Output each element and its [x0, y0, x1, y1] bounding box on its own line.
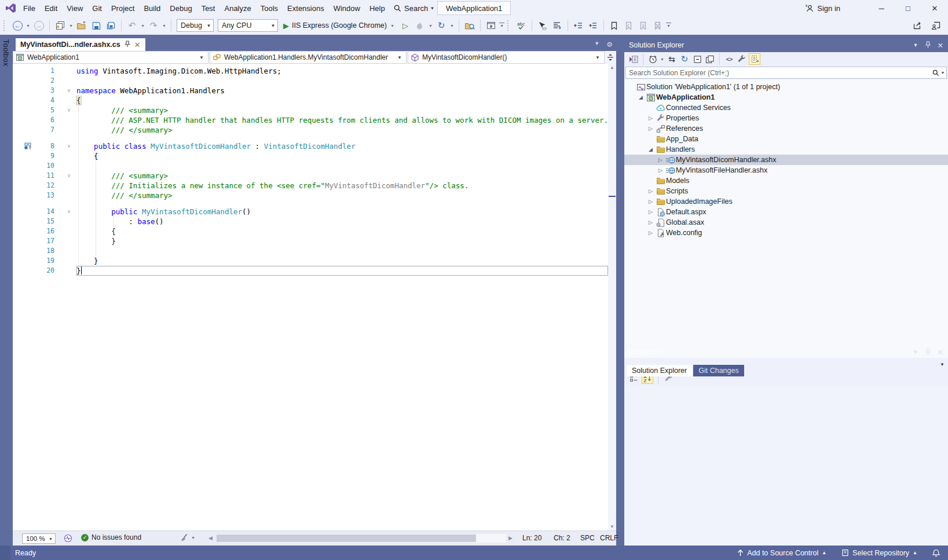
hot-reload-button[interactable] — [413, 19, 426, 32]
editor-settings-gear-icon[interactable]: ⚙ — [606, 41, 613, 49]
window-position-dropdown-icon[interactable]: ▼ — [913, 42, 918, 48]
tree-item-webapplication1[interactable]: ◢WebApplication1 — [624, 92, 948, 103]
code-editor[interactable]: 1using Vintasoft.Imaging.Dicom.Web.HttpH… — [13, 64, 616, 530]
sync-with-active-document-button[interactable]: ⇆ — [666, 53, 678, 65]
navigate-back-dropdown-icon[interactable]: ▾ — [25, 23, 31, 28]
expand-arrow-icon[interactable]: ▷ — [646, 199, 655, 204]
show-all-files-button[interactable] — [749, 53, 760, 65]
maximize-button[interactable]: □ — [895, 0, 921, 16]
spell-check-button[interactable]: abc — [515, 19, 528, 32]
tree-item-handlers[interactable]: ◢Handlers — [624, 144, 948, 155]
menu-debug[interactable]: Debug — [165, 0, 196, 16]
format-document-button[interactable] — [551, 19, 563, 32]
collapse-arrow-icon[interactable]: ◢ — [646, 147, 655, 152]
hot-reload-dropdown-icon[interactable]: ▾ — [428, 23, 433, 28]
encoding-indicator[interactable]: SPC — [580, 534, 595, 542]
expand-arrow-icon[interactable]: ▷ — [646, 126, 655, 131]
expand-arrow-icon[interactable]: ▷ — [646, 219, 655, 225]
save-all-button[interactable] — [104, 19, 117, 32]
vertical-scrollbar[interactable]: ▲ ▼ — [608, 64, 616, 530]
expand-arrow-icon[interactable]: ▷ — [646, 115, 655, 121]
tree-item-uploadedimagefiles[interactable]: ▷UploadedImageFiles — [624, 196, 948, 207]
close-button[interactable]: ✕ — [921, 0, 948, 16]
collapse-chevron-icon[interactable]: ∨ — [61, 141, 76, 151]
pin-pane-icon[interactable] — [925, 41, 931, 50]
toolbar-drag-grip[interactable] — [3, 20, 8, 31]
tab-list-dropdown-icon[interactable]: ▼ — [594, 41, 599, 49]
toolbox-tab[interactable]: Toolbox — [0, 35, 12, 71]
tree-item-myvintasoftdicomhandler-ashx[interactable]: ▷MyVintasoftDicomHandler.ashx — [624, 155, 948, 165]
document-health-icon[interactable] — [64, 534, 72, 544]
document-tab[interactable]: MyVintasoftDi...ndler.ashx.cs ✕ — [16, 38, 145, 51]
tree-item-connected-services[interactable]: Connected Services — [624, 103, 948, 113]
column-indicator[interactable]: Ch: 2 — [554, 534, 570, 542]
tree-item-web-config[interactable]: ▷Web.config — [624, 228, 948, 238]
panel-tab-solution-explorer[interactable]: Solution Explorer — [627, 365, 692, 376]
close-tab-icon[interactable]: ✕ — [134, 41, 141, 49]
new-project-button[interactable] — [54, 19, 67, 32]
clear-bookmarks-button[interactable] — [651, 19, 664, 32]
scroll-left-icon[interactable]: ◀ — [208, 535, 213, 541]
zoom-combobox[interactable]: 100 % ▼ — [22, 533, 56, 544]
new-item-dropdown-icon[interactable]: ▾ — [68, 23, 74, 28]
collapse-chevron-icon[interactable]: ∨ — [61, 171, 76, 181]
refresh-button[interactable]: ↻ — [679, 53, 690, 65]
solution-explorer-header[interactable]: Solution Explorer ▼ ✕ — [624, 38, 948, 52]
tree-item-models[interactable]: Models — [624, 175, 948, 186]
tree-item-default-aspx[interactable]: ▷Default.aspx — [624, 207, 948, 217]
tree-item-references[interactable]: ▷References — [624, 123, 948, 134]
scroll-down-icon[interactable]: ▼ — [608, 524, 616, 529]
issues-indicator[interactable]: ✓ No issues found — [81, 533, 141, 541]
tree-item-app-data[interactable]: App_Data — [624, 134, 948, 144]
menu-project[interactable]: Project — [107, 0, 139, 16]
toolbar-overflow-icon[interactable]: ▾ — [666, 23, 671, 28]
window-position-dropdown-icon[interactable]: ▼ — [913, 349, 918, 355]
scroll-up-icon[interactable]: ▲ — [608, 65, 616, 70]
horizontal-scrollbar[interactable] — [217, 534, 506, 543]
decrease-indent-button[interactable] — [572, 19, 585, 32]
increase-indent-button[interactable] — [587, 19, 599, 32]
menu-edit[interactable]: Edit — [40, 0, 62, 16]
expand-arrow-icon[interactable]: ▷ — [656, 167, 665, 173]
view-code-button[interactable]: <> — [723, 53, 735, 65]
select-mode-button[interactable] — [536, 19, 549, 32]
active-solution-pill[interactable]: WebApplication1 — [437, 1, 511, 15]
collapse-chevron-icon[interactable]: ∨ — [61, 105, 76, 115]
switch-views-button[interactable] — [628, 53, 639, 65]
browser-link-button[interactable] — [485, 19, 497, 32]
preview-selected-items-button[interactable] — [704, 53, 716, 65]
panel-tab-git-changes[interactable]: Git Changes — [693, 365, 744, 376]
live-share-button[interactable] — [929, 19, 942, 32]
add-to-source-control-button[interactable]: Add to Source Control ▲ — [737, 549, 826, 557]
search-options-dropdown-icon[interactable]: ▾ — [942, 70, 944, 75]
toggle-bookmark-button[interactable] — [608, 19, 621, 32]
share-button[interactable] — [911, 19, 924, 32]
restart-button[interactable]: ↻ — [435, 19, 448, 32]
codelens-indicator-icon[interactable] — [24, 142, 32, 152]
menu-window[interactable]: Window — [329, 0, 365, 16]
horizontal-scrollbar-thumb[interactable] — [217, 535, 476, 542]
browser-link-dropdown-icon[interactable]: ▾ — [499, 23, 504, 28]
close-pane-icon[interactable]: ✕ — [938, 41, 943, 50]
restart-dropdown-icon[interactable]: ▾ — [449, 23, 455, 28]
collapse-all-button[interactable] — [691, 53, 703, 65]
tree-item-global-asax[interactable]: ▷Global.asax — [624, 217, 948, 228]
menu-analyze[interactable]: Analyze — [219, 0, 255, 16]
menu-extensions[interactable]: Extensions — [283, 0, 329, 16]
navigate-forward-button[interactable]: → — [32, 19, 45, 32]
undo-dropdown-icon[interactable]: ▾ — [140, 23, 145, 28]
search-box[interactable]: Search ▾ — [389, 2, 438, 14]
expand-arrow-icon[interactable]: ▷ — [646, 230, 655, 236]
expand-arrow-icon[interactable]: ▷ — [646, 188, 655, 194]
properties-button[interactable] — [736, 53, 748, 65]
menu-tools[interactable]: Tools — [256, 0, 283, 16]
find-in-files-button[interactable] — [463, 19, 476, 32]
tree-item-myvintasoftfilehandler-ashx[interactable]: ▷MyVintasoftFileHandler.ashx — [624, 165, 948, 175]
pin-tab-icon[interactable] — [125, 41, 130, 49]
redo-button[interactable]: ↷ — [147, 19, 160, 32]
collapse-chevron-icon[interactable]: ∨ — [61, 207, 76, 217]
start-debugging-button[interactable]: ▶ IIS Express (Google Chrome) ▾ — [281, 19, 397, 32]
select-repository-button[interactable]: Select Repository ▲ — [841, 549, 917, 557]
filter-dropdown-icon[interactable]: ▾ — [660, 57, 665, 62]
solution-search-input[interactable] — [626, 69, 932, 77]
